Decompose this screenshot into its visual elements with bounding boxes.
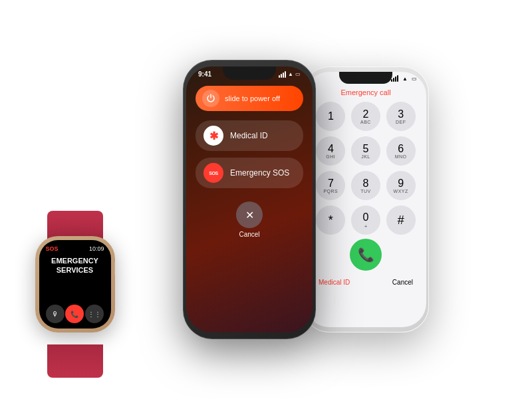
dial-key-3[interactable]: 3 DEF xyxy=(386,102,416,131)
cancel-button[interactable]: ✕ xyxy=(236,201,263,228)
dial-key-9[interactable]: 9 WXYZ xyxy=(386,171,416,200)
dial-medical-id-link[interactable]: Medical ID xyxy=(319,279,350,286)
phone-icon: 📞 xyxy=(358,247,374,263)
apple-watch: SOS 10:09 EMERGENCYSERVICES 🎙 📞 ⋮⋮ xyxy=(27,236,123,352)
medical-star-icon: ✱ xyxy=(203,126,223,146)
dial-footer: Medical ID Cancel xyxy=(305,275,426,290)
dial-key-1[interactable]: 1 xyxy=(316,102,345,131)
call-button[interactable]: 📞 xyxy=(350,239,382,271)
watch-crown xyxy=(114,261,115,276)
iphone-main: 9:41 ▲ ▭ xyxy=(183,60,316,339)
watch-sos-badge: SOS xyxy=(46,245,59,252)
watch-band-bottom xyxy=(47,344,103,378)
iphone-notch xyxy=(223,66,276,80)
iphone-dial-body: ▲ ▭ Emergency call 1 2 ABC xyxy=(303,66,429,332)
dial-key-zero[interactable]: 0 + xyxy=(351,205,380,235)
dial-key-8[interactable]: 8 TUV xyxy=(351,171,380,200)
dial-key-2[interactable]: 2 ABC xyxy=(351,102,380,131)
grid-icon: ⋮⋮ xyxy=(88,311,101,318)
status-icons: ▲ ▭ xyxy=(279,71,301,78)
dialpad: 1 2 ABC 3 DEF 4 GHI xyxy=(305,102,426,200)
iphone-dial: ▲ ▭ Emergency call 1 2 ABC xyxy=(303,66,429,332)
watch-end-call-button[interactable]: 📞 xyxy=(65,305,84,323)
mic-icon: 🎙 xyxy=(52,311,59,318)
cancel-area: ✕ Cancel xyxy=(196,201,303,238)
dial-key-4[interactable]: 4 GHI xyxy=(316,136,345,166)
watch-screen: SOS 10:09 EMERGENCYSERVICES 🎙 📞 ⋮⋮ xyxy=(39,240,111,329)
phone-end-icon: 📞 xyxy=(70,311,78,318)
emergency-sos-button[interactable]: SOS Emergency SOS xyxy=(196,158,303,188)
sos-badge-icon: SOS xyxy=(203,163,223,183)
dial-battery-icon: ▭ xyxy=(412,76,417,82)
main-scene: SOS 10:09 EMERGENCYSERVICES 🎙 📞 ⋮⋮ xyxy=(7,7,525,392)
sos-badge-text: SOS xyxy=(209,171,217,176)
dialpad-grid: 1 2 ABC 3 DEF 4 GHI xyxy=(316,102,416,200)
dial-wifi-icon: ▲ xyxy=(402,76,408,82)
iphone-main-screen: 9:41 ▲ ▭ xyxy=(186,66,313,332)
iphone-main-content: slide to power off ✱ Medical ID SOS Emer… xyxy=(186,78,313,246)
dial-key-star[interactable]: * xyxy=(316,205,345,235)
watch-caller-name: EMERGENCYSERVICES xyxy=(39,253,111,278)
dial-key-5[interactable]: 5 JKL xyxy=(351,136,380,166)
dial-empty-right xyxy=(384,240,414,269)
battery-icon: ▭ xyxy=(295,71,301,77)
dial-key-hash[interactable]: # xyxy=(386,205,416,235)
wifi-icon: ▲ xyxy=(288,71,293,77)
power-off-slider[interactable]: slide to power off xyxy=(196,86,303,111)
power-icon xyxy=(202,90,219,107)
dial-cancel-button[interactable]: Cancel xyxy=(392,279,413,286)
medical-id-button[interactable]: ✱ Medical ID xyxy=(196,120,303,151)
watch-time: 10:09 xyxy=(89,245,104,252)
watch-status-bar: SOS 10:09 xyxy=(39,240,111,253)
iphone-main-body: 9:41 ▲ ▭ xyxy=(183,60,316,339)
medical-id-label: Medical ID xyxy=(230,131,268,140)
emergency-sos-label: Emergency SOS xyxy=(230,168,289,178)
power-off-label: slide to power off xyxy=(225,94,280,102)
emergency-call-label: Emergency call xyxy=(305,82,426,102)
dial-bottom-row: * 0 + # xyxy=(305,205,426,235)
signal-icon xyxy=(279,71,286,78)
cancel-label: Cancel xyxy=(239,231,259,238)
call-row: 📞 xyxy=(305,235,426,275)
dial-key-7[interactable]: 7 PQRS xyxy=(316,171,345,200)
dial-empty-left xyxy=(318,240,347,269)
dial-notch xyxy=(339,72,392,84)
cancel-x-icon: ✕ xyxy=(245,209,254,221)
iphone-dial-screen: ▲ ▭ Emergency call 1 2 ABC xyxy=(305,72,426,327)
iphone-time: 9:41 xyxy=(198,70,211,78)
watch-body: SOS 10:09 EMERGENCYSERVICES 🎙 📞 ⋮⋮ xyxy=(35,236,115,332)
watch-mic-button[interactable]: 🎙 xyxy=(46,305,65,323)
dial-key-6[interactable]: 6 MNO xyxy=(386,136,416,166)
watch-actions: 🎙 📞 ⋮⋮ xyxy=(39,299,111,329)
watch-grid-button[interactable]: ⋮⋮ xyxy=(85,305,104,323)
